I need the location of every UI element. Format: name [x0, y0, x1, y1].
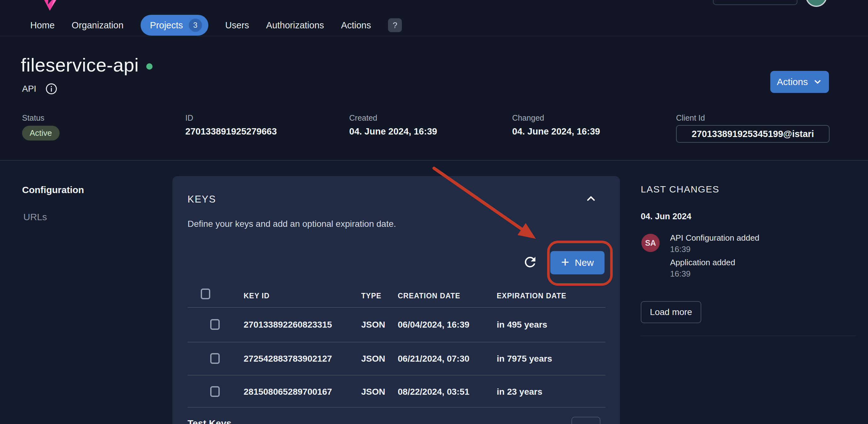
search-input[interactable] — [714, 0, 797, 4]
projects-count-badge: 3 — [189, 19, 202, 32]
select-all-checkbox[interactable] — [201, 289, 210, 299]
page-title: fileservice-api — [21, 54, 153, 76]
plus-icon: + — [561, 255, 569, 269]
status-label: Status — [22, 113, 60, 123]
client-id-label: Client Id — [676, 113, 830, 123]
keys-panel-title: KEYS — [188, 194, 216, 205]
id-label: ID — [185, 113, 277, 123]
row-checkbox[interactable] — [210, 319, 220, 330]
actions-dropdown-button[interactable]: Actions — [770, 71, 829, 93]
cell-key-id: 272542883783902127 — [244, 354, 332, 364]
last-changes-date: 04. Jun 2024 — [641, 212, 691, 222]
meta-created: Created 04. June 2024, 16:39 — [349, 113, 437, 137]
main-nav: Home Organization Projects 3 Users Autho… — [30, 18, 402, 33]
header-key-id: KEY ID — [244, 292, 270, 300]
next-section-title: Test Keys — [188, 418, 231, 424]
refresh-button[interactable] — [522, 254, 538, 270]
cell-key-id: 281508065289700167 — [244, 387, 332, 397]
created-label: Created — [349, 113, 437, 123]
nav-divider — [0, 36, 868, 36]
id-value: 270133891925279663 — [185, 126, 277, 137]
change-author-avatar: SA — [641, 234, 660, 252]
change-item-title: Application added — [670, 258, 735, 267]
page-subtitle: API — [22, 83, 58, 95]
meta-id: ID 270133891925279663 — [185, 113, 277, 137]
actions-dropdown-label: Actions — [777, 76, 808, 87]
cell-expiration-date: in 23 years — [497, 387, 542, 397]
header-type: TYPE — [361, 292, 381, 300]
nav-item-home[interactable]: Home — [30, 20, 55, 31]
meta-client-id: Client Id 270133891925345199@istari — [676, 113, 830, 143]
change-item-time: 16:39 — [670, 269, 690, 279]
row-checkbox[interactable] — [210, 386, 220, 397]
row-checkbox[interactable] — [210, 353, 220, 364]
nav-item-projects[interactable]: Projects 3 — [141, 15, 208, 36]
cell-type: JSON — [361, 387, 385, 397]
chevron-down-icon — [813, 77, 822, 87]
header-area: Home Organization Projects 3 Users Autho… — [0, 0, 868, 161]
client-id-value[interactable]: 270133891925345199@istari — [676, 125, 830, 143]
cell-creation-date: 08/22/2024, 03:51 — [398, 387, 469, 397]
chevron-up-icon — [585, 193, 597, 205]
meta-status: Status Active — [22, 113, 60, 140]
last-changes-divider — [641, 336, 856, 336]
cell-creation-date: 06/04/2024, 16:39 — [398, 320, 469, 330]
header-expiration-date: EXPIRATION DATE — [497, 292, 566, 300]
sidebar-item-urls[interactable]: URLs — [23, 212, 47, 222]
help-button[interactable]: ? — [388, 18, 402, 32]
nav-item-actions[interactable]: Actions — [341, 20, 371, 31]
collapse-panel-button[interactable] — [585, 193, 597, 205]
table-divider — [188, 307, 606, 308]
nav-item-organization[interactable]: Organization — [71, 20, 123, 31]
cell-creation-date: 06/21/2024, 07:30 — [398, 354, 469, 364]
cell-expiration-date: in 7975 years — [497, 354, 552, 364]
cell-type: JSON — [361, 354, 385, 364]
change-item-title: API Configuration added — [670, 233, 759, 243]
created-value: 04. June 2024, 16:39 — [349, 126, 437, 137]
table-row[interactable]: 270133892260823315 JSON 06/04/2024, 16:3… — [173, 308, 620, 341]
keys-panel: KEYS Define your keys and add an optiona… — [173, 176, 620, 424]
table-divider — [188, 407, 606, 407]
refresh-icon — [522, 254, 538, 270]
meta-changed: Changed 04. June 2024, 16:39 — [512, 113, 600, 137]
next-section-button[interactable] — [571, 417, 600, 424]
table-row[interactable]: 272542883783902127 JSON 06/21/2024, 07:3… — [173, 343, 620, 375]
nav-item-users[interactable]: Users — [225, 20, 249, 31]
sidebar-item-configuration[interactable]: Configuration — [22, 185, 84, 195]
app-page: Home Organization Projects 3 Users Autho… — [0, 0, 868, 424]
cell-expiration-date: in 495 years — [497, 320, 547, 330]
keys-table-header: KEY ID TYPE CREATION DATE EXPIRATION DAT… — [173, 285, 620, 307]
brand-logo-icon[interactable] — [40, 0, 59, 11]
change-item-time: 16:39 — [670, 244, 690, 254]
app-type-label: API — [22, 84, 36, 94]
status-badge: Active — [22, 126, 60, 140]
nav-item-authorizations[interactable]: Authorizations — [266, 20, 324, 31]
cell-type: JSON — [361, 320, 385, 330]
cell-key-id: 270133892260823315 — [244, 320, 332, 330]
user-avatar[interactable] — [806, 0, 827, 7]
load-more-button[interactable]: Load more — [641, 301, 701, 323]
keys-description: Define your keys and add an optional exp… — [188, 219, 396, 229]
header-creation-date: CREATION DATE — [398, 292, 461, 300]
changed-value: 04. June 2024, 16:39 — [512, 126, 600, 137]
info-icon[interactable] — [45, 83, 58, 95]
nav-item-projects-label: Projects — [150, 20, 183, 31]
new-key-button-label: New — [575, 257, 594, 268]
active-dot-icon — [146, 63, 153, 70]
last-changes-title: LAST CHANGES — [641, 184, 719, 195]
new-key-button[interactable]: + New — [550, 251, 604, 274]
search-box — [713, 0, 797, 5]
table-row[interactable]: 281508065289700167 JSON 08/22/2024, 03:5… — [173, 376, 620, 408]
project-name: fileservice-api — [21, 54, 139, 76]
changed-label: Changed — [512, 113, 600, 123]
